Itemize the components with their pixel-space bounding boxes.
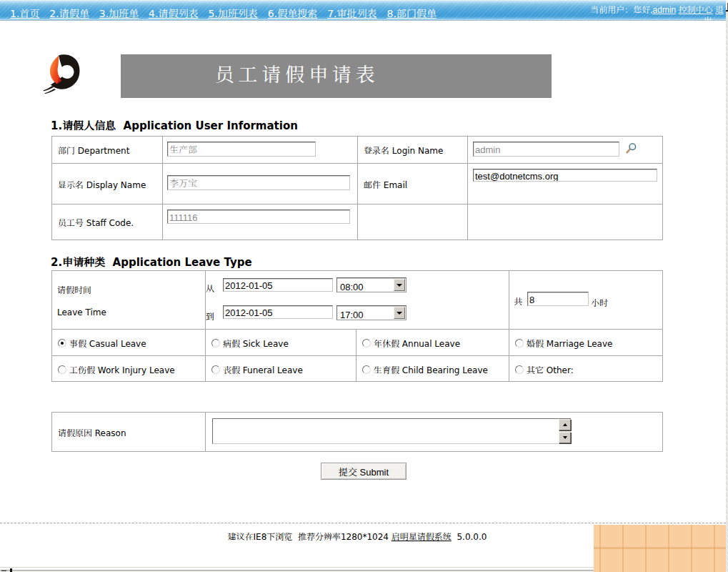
dropdown-arrow-icon[interactable] [394,279,405,291]
leave-type-cell: 事假 Casual Leave [52,330,206,356]
staff-code-label: 员工号 Staff Code. [52,204,163,240]
leave-type-cell: 年休假 Annual Leave [356,330,509,356]
statusbar-edge [0,567,594,572]
total-unit-label: 小时 [591,296,608,308]
footer-version: 5.0.0.0 [457,530,487,542]
login-label: 登录名 Login Name [358,137,468,164]
radio-marriage-leave[interactable] [515,339,524,347]
radio-other[interactable] [515,365,524,374]
table-row: 事假 Casual Leave 病假 Sick Leave 年休假 Annual… [52,330,663,356]
reason-textarea[interactable] [212,418,559,444]
footer-system-link[interactable]: 启明星请假系统 [392,530,452,542]
radio-label: 丧假 Funeral Leave [223,363,303,375]
nav-item-home[interactable]: 1.首页 [10,6,39,20]
email-label: 邮件 Email [358,164,468,204]
statusbar-tick [10,568,12,572]
nav-item-overtime-list[interactable]: 5.加班列表 [208,6,257,20]
submit-button[interactable]: 提交 Submit [321,463,407,480]
leave-type-cell: 工伤假 Work Injury Leave [52,356,206,382]
to-time-select[interactable]: 17:00 [336,305,407,320]
to-time-value: 17:00 [340,307,364,321]
scroll-up-icon[interactable] [559,419,571,430]
section1-heading: 1.请假人信息 Application User Information [51,119,298,130]
table-row: 员工号 Staff Code. [52,204,663,240]
radio-sick-leave[interactable] [211,339,220,347]
calendar-fragment [594,525,728,572]
section2-heading: 2.申请种类 Application Leave Type [51,256,252,267]
statusbar-line [0,567,594,568]
total-label: 共 [514,295,522,307]
email-input[interactable] [473,169,657,182]
staff-code-input[interactable] [167,209,350,224]
radio-label: 年休假 Annual Leave [374,337,460,350]
footer-note: 建议在IE8下浏览 推荐分辨率1280*1024 [228,530,392,542]
radio-label: 事假 Casual Leave [69,337,146,350]
radio-child-bearing-leave[interactable] [362,365,371,374]
reason-label: 请假原因 Reason [52,413,206,452]
table-row: 工伤假 Work Injury Leave 丧假 Funeral Leave 生… [52,356,663,382]
leave-type-cell: 婚假 Marriage Leave [509,330,663,356]
to-date-input[interactable] [223,305,333,319]
from-time-value: 08:00 [340,280,364,293]
radio-funeral-leave[interactable] [211,365,220,374]
current-user-text: 当前用户：您好, [590,3,652,15]
from-time-select[interactable]: 08:00 [336,277,407,292]
radio-annual-leave[interactable] [362,339,371,347]
logout-link-part1[interactable]: 退 [715,3,724,15]
leave-type-cell: 生育假 Child Bearing Leave [356,356,509,382]
to-label: 到 [206,310,214,322]
leave-time-label-cell [52,271,206,330]
radio-label: 工伤假 Work Injury Leave [69,363,175,375]
nav-item-overtime-form[interactable]: 3.加班单 [99,6,139,20]
dropdown-arrow-icon[interactable] [394,307,405,319]
nav-item-leave-list[interactable]: 4.请假列表 [149,6,198,20]
login-name-input[interactable] [473,142,619,157]
nav-item-department-leaves[interactable]: 8.部门假单 [387,6,437,20]
department-input[interactable] [167,142,316,157]
nav-item-approval-list[interactable]: 7.审批列表 [327,6,377,20]
nav-links: 1.首页 2.请假单 3.加班单 4.请假列表 5.加班列表 6.假单搜索 7.… [10,0,437,21]
total-hours-input[interactable] [527,292,589,306]
reason-scrollbar[interactable] [559,418,571,444]
top-navbar: 1.首页 2.请假单 3.加班单 4.请假列表 5.加班列表 6.假单搜索 7.… [0,0,726,21]
radio-label: 生育假 Child Bearing Leave [374,363,488,375]
empty-cell [358,204,468,240]
radio-label: 其它 Other: [527,363,574,375]
footer-divider [0,523,726,523]
logout-link-part2[interactable]: 出 [704,14,712,26]
display-name-label: 显示名 Display Name [52,164,163,204]
from-label: 从 [206,282,214,294]
radio-label: 病假 Sick Leave [223,337,289,350]
leave-type-cell: 其它 Other: [509,356,663,382]
username-link[interactable]: admin [653,3,677,15]
radio-label: 婚假 Marriage Leave [527,337,612,350]
brand-swirl-logo [42,53,84,99]
department-label: 部门 Department [52,137,163,164]
statusbar-marks [1,570,6,571]
page-title: 员工请假申请表 [121,54,552,93]
calendar-gridline [594,547,728,549]
leave-type-cell: 丧假 Funeral Leave [206,356,356,382]
nav-item-leave-search[interactable]: 6.假单搜索 [268,6,317,20]
nav-item-leave-form[interactable]: 2.请假单 [49,6,89,20]
leave-time-label-zh: 请假时间 [57,283,91,295]
leave-time-label-en: Leave Time [57,305,106,317]
leave-type-cell: 病假 Sick Leave [206,330,356,356]
from-date-input[interactable] [223,278,333,292]
radio-casual-leave[interactable] [58,339,66,347]
empty-cell [468,204,663,240]
search-icon[interactable] [625,142,637,154]
title-banner: 员工请假申请表 [121,54,552,98]
scroll-down-icon[interactable] [559,432,571,443]
radio-work-injury-leave[interactable] [58,365,66,374]
user-bar-wrap: 出 [704,14,712,26]
display-name-input[interactable] [167,175,350,190]
page: 1.首页 2.请假单 3.加班单 4.请假列表 5.加班列表 6.假单搜索 7.… [0,0,728,572]
